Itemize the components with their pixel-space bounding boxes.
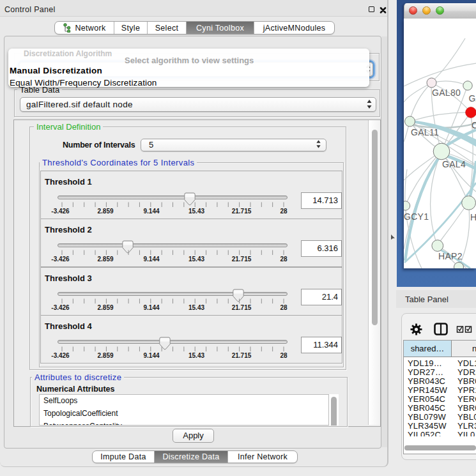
svg-text:H: H xyxy=(470,212,476,222)
svg-text:GAL11: GAL11 xyxy=(411,127,439,137)
svg-text:GA: GA xyxy=(469,93,476,104)
svg-text:GAL4: GAL4 xyxy=(442,159,466,169)
svg-text:HAP2: HAP2 xyxy=(438,251,463,261)
svg-text:C: C xyxy=(472,120,476,130)
svg-text:GCY1: GCY1 xyxy=(404,211,429,222)
svg-text:GAL80: GAL80 xyxy=(432,88,461,98)
